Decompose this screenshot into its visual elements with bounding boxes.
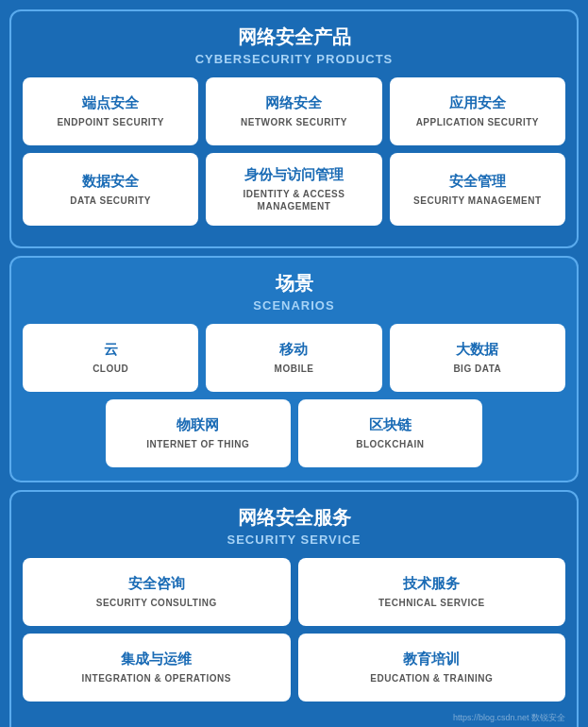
card-cloud: 云 CLOUD (23, 324, 198, 392)
card-iot: 物联网 INTERNET OF THING (106, 399, 291, 467)
consulting-en: SECURITY CONSULTING (96, 597, 217, 609)
blockchain-en: BLOCKCHAIN (356, 438, 424, 450)
technical-en: TECHNICAL SERVICE (378, 597, 485, 609)
products-title-cn: 网络安全产品 (23, 25, 565, 50)
endpoint-cn: 端点安全 (82, 94, 139, 112)
education-en: EDUCATION & TRAINING (370, 672, 493, 685)
card-education-training: 教育培训 EDUCATION & TRAINING (298, 634, 566, 702)
data-en: DATA SECURITY (70, 194, 151, 207)
scenarios-header: 场景 SCENARIOS (23, 271, 565, 313)
bigdata-cn: 大数据 (456, 341, 498, 359)
products-section: 网络安全产品 CYBERSECURITY PRODUCTS 端点安全 ENDPO… (9, 9, 579, 248)
technical-cn: 技术服务 (403, 575, 460, 593)
card-security-consulting: 安全咨询 SECURITY CONSULTING (23, 558, 291, 626)
bigdata-en: BIG DATA (453, 363, 501, 375)
card-security-management: 安全管理 SECURITY MANAGEMENT (390, 153, 565, 226)
secmgmt-en: SECURITY MANAGEMENT (413, 194, 541, 207)
scenarios-row1: 云 CLOUD 移动 MOBILE 大数据 BIG DATA (23, 324, 565, 392)
data-cn: 数据安全 (82, 173, 139, 191)
scenarios-title-cn: 场景 (23, 271, 565, 296)
card-network-security: 网络安全 NETWORK SECURITY (206, 77, 381, 145)
card-data-security: 数据安全 DATA SECURITY (23, 153, 198, 226)
scenarios-section: 场景 SCENARIOS 云 CLOUD 移动 MOBILE 大数据 BIG D… (9, 256, 579, 482)
products-row2: 数据安全 DATA SECURITY 身份与访问管理 IDENTITY & AC… (23, 153, 565, 226)
endpoint-en: ENDPOINT SECURITY (57, 116, 164, 128)
application-en: APPLICATION SECURITY (416, 116, 539, 128)
iot-en: INTERNET OF THING (146, 438, 249, 450)
blockchain-cn: 区块链 (369, 416, 412, 434)
iot-cn: 物联网 (176, 416, 219, 434)
card-blockchain: 区块链 BLOCKCHAIN (298, 399, 483, 467)
cloud-cn: 云 (104, 341, 118, 359)
products-header: 网络安全产品 CYBERSECURITY PRODUCTS (23, 25, 565, 66)
card-technical-service: 技术服务 TECHNICAL SERVICE (298, 558, 566, 626)
services-row2: 集成与运维 INTEGRATION & OPERATIONS 教育培训 EDUC… (23, 634, 565, 702)
scenarios-row2: 物联网 INTERNET OF THING 区块链 BLOCKCHAIN (23, 399, 565, 467)
application-cn: 应用安全 (449, 94, 506, 112)
network-en: NETWORK SECURITY (241, 116, 347, 128)
secmgmt-cn: 安全管理 (449, 173, 506, 191)
services-row1: 安全咨询 SECURITY CONSULTING 技术服务 TECHNICAL … (23, 558, 565, 626)
integration-cn: 集成与运维 (121, 651, 192, 668)
card-bigdata: 大数据 BIG DATA (390, 324, 565, 392)
identity-cn: 身份与访问管理 (244, 166, 344, 184)
identity-en: IDENTITY & ACCESS MANAGEMENT (244, 188, 345, 212)
consulting-cn: 安全咨询 (128, 575, 185, 593)
products-row1: 端点安全 ENDPOINT SECURITY 网络安全 NETWORK SECU… (23, 77, 565, 145)
scenarios-title-en: SCENARIOS (23, 298, 565, 313)
cloud-en: CLOUD (92, 363, 128, 375)
integration-en: INTEGRATION & OPERATIONS (82, 672, 231, 685)
products-title-en: CYBERSECURITY PRODUCTS (23, 52, 565, 66)
education-cn: 教育培训 (403, 651, 460, 668)
watermark: https://blog.csdn.net 数锐安全 (453, 713, 565, 722)
services-title-cn: 网络安全服务 (23, 505, 565, 531)
card-identity-access: 身份与访问管理 IDENTITY & ACCESS MANAGEMENT (206, 153, 381, 226)
card-mobile: 移动 MOBILE (206, 324, 381, 392)
services-title-en: SECURITY SERVICE (23, 533, 565, 547)
card-application-security: 应用安全 APPLICATION SECURITY (390, 77, 565, 145)
network-cn: 网络安全 (265, 94, 322, 112)
card-integration-ops: 集成与运维 INTEGRATION & OPERATIONS (23, 634, 291, 702)
mobile-cn: 移动 (279, 341, 308, 359)
services-header: 网络安全服务 SECURITY SERVICE (23, 505, 565, 547)
card-endpoint-security: 端点安全 ENDPOINT SECURITY (23, 77, 198, 145)
services-section: 网络安全服务 SECURITY SERVICE 安全咨询 SECURITY CO… (9, 490, 579, 727)
mobile-en: MOBILE (275, 363, 314, 375)
